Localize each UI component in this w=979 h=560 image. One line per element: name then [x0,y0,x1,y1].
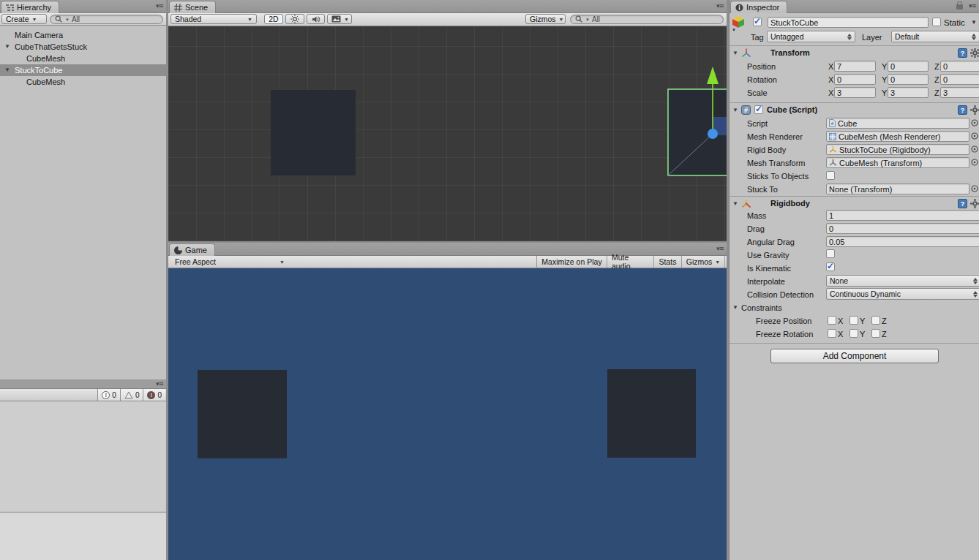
freeze-position-z-checkbox[interactable] [871,316,880,325]
rotation-label: Rotation [747,75,777,84]
rigidbody-header[interactable]: ▼ Rigidbody ? [729,196,979,210]
sticks-to-objects-checkbox[interactable] [826,171,835,180]
tab-game[interactable]: Game [169,243,215,256]
hierarchy-item-stucktocube[interactable]: ▼ StuckToCube [0,64,166,76]
mesh-transform-field[interactable]: CubeMesh (Transform) [826,157,969,168]
scale-y-field[interactable]: 3 [888,87,929,98]
component-enabled-checkbox[interactable] [754,105,763,114]
component-list-divider [729,343,979,344]
game-viewport[interactable] [168,268,727,560]
layer-dropdown[interactable]: Default [891,31,979,42]
freeze-rotation-z-checkbox[interactable] [871,329,880,338]
sticks-to-objects-label: Sticks To Objects [747,172,809,181]
hierarchy-item-cubethatgetsstuck[interactable]: ▼ CubeThatGetsStuck [0,41,166,53]
maximize-on-play-button[interactable]: Maximize on Play [536,256,607,268]
script-label: Script [747,119,768,128]
scene-gizmos-dropdown[interactable]: Gizmos ▼ [525,14,566,24]
cube-script-header[interactable]: ▼ # Cube (Script) ? [729,102,979,116]
aspect-dropdown[interactable]: Free Aspect ▼ [170,257,289,267]
angular-drag-field[interactable]: 0.05 [826,236,979,247]
gear-icon[interactable] [970,105,979,115]
use-gravity-checkbox[interactable] [826,249,835,258]
toggle-2d-button[interactable]: 2D [264,14,283,24]
tab-scene[interactable]: Scene [169,1,216,13]
rotation-x-field[interactable]: 0 [834,74,876,85]
console-info-badge[interactable]: ! 0 [97,389,120,401]
inspector-panel-menu-icon[interactable]: ▾≡ [969,2,976,10]
help-icon[interactable]: ? [958,48,967,58]
foldout-open-icon[interactable]: ▼ [4,41,10,53]
constraints-foldout-icon[interactable]: ▼ [732,304,738,311]
foldout-open-icon[interactable]: ▼ [732,200,738,207]
lock-icon[interactable] [956,4,963,10]
hierarchy-item-cubemesh-2[interactable]: CubeMesh [0,76,166,88]
position-z-field[interactable]: 0 [940,61,979,72]
angular-drag-label: Angular Drag [747,238,795,246]
scene-lighting-button[interactable] [285,14,304,24]
help-icon[interactable]: ? [958,105,967,115]
rigid-body-field[interactable]: StuckToCube (Rigidbody) [826,144,969,155]
interpolate-dropdown[interactable]: None [826,275,979,287]
console-warning-badge[interactable]: 0 [120,389,143,401]
gameobject-icon[interactable] [732,15,745,29]
hierarchy-panel-menu-icon[interactable]: ▾≡ [156,2,163,10]
tab-inspector[interactable]: Inspector [730,1,787,13]
console-log-list[interactable] [0,401,166,512]
hierarchy-item-cubemesh-1[interactable]: CubeMesh [0,53,166,64]
draw-mode-dropdown[interactable]: Shaded ▼ [170,14,257,24]
object-picker-icon[interactable] [971,119,978,126]
stuck-to-field[interactable]: None (Transform) [826,183,969,194]
static-checkbox[interactable] [932,18,941,26]
game-gizmos-dropdown[interactable]: Gizmos ▼ [681,256,725,268]
object-picker-icon[interactable] [971,132,978,140]
collision-detection-dropdown[interactable]: Continuous Dynamic [826,288,979,300]
object-picker-icon[interactable] [971,145,978,153]
scene-viewport[interactable] [168,26,727,241]
scene-panel-menu-icon[interactable]: ▾≡ [716,2,724,10]
freeze-position-x-checkbox[interactable] [828,316,836,325]
is-kinematic-checkbox[interactable] [826,262,835,271]
gear-icon[interactable] [970,48,979,58]
foldout-open-icon[interactable]: ▼ [732,50,738,56]
transform-header[interactable]: ▼ Transform ? [729,45,979,59]
scene-audio-button[interactable] [307,14,325,24]
console-panel-menu-icon[interactable]: ▾≡ [156,380,163,387]
object-picker-icon[interactable] [971,159,978,166]
gameobject-icon-chevron[interactable]: ▼ [732,28,736,32]
script-field[interactable]: # Cube [826,118,969,129]
help-icon[interactable]: ? [958,199,967,208]
freeze-rotation-x-checkbox[interactable] [828,329,836,338]
scene-search-input[interactable]: ▼ All [570,15,724,24]
freeze-position-y-checkbox[interactable] [849,316,858,325]
stats-button[interactable]: Stats [653,256,681,268]
inspector-tab-label: Inspector [746,3,779,12]
object-name-field[interactable]: StuckToCube [768,17,929,28]
game-panel-menu-icon[interactable]: ▾≡ [716,245,724,252]
active-checkbox[interactable] [753,18,762,26]
foldout-open-icon[interactable]: ▼ [732,107,738,113]
foldout-open-icon[interactable]: ▼ [4,64,10,76]
drag-field[interactable]: 0 [826,223,979,234]
tag-dropdown[interactable]: Untagged [767,31,855,42]
rotation-y-field[interactable]: 0 [888,74,929,85]
freeze-rotation-y-checkbox[interactable] [849,329,858,338]
position-x-field[interactable]: 7 [834,61,876,72]
hierarchy-item-main-camera[interactable]: Main Camera [0,29,166,41]
freeze-position-x-label: X [838,317,843,325]
create-button[interactable]: Create ▼ [1,14,47,24]
hierarchy-search-input[interactable]: ▼ All [50,15,163,24]
mesh-renderer-field[interactable]: CubeMesh (Mesh Renderer) [826,131,969,142]
add-component-button[interactable]: Add Component [770,349,939,363]
mass-field[interactable]: 1 [826,210,979,221]
tab-hierarchy[interactable]: Hierarchy [1,1,59,13]
object-picker-icon[interactable] [971,185,978,192]
static-chevron-icon[interactable]: ▼ [971,19,977,26]
scale-x-field[interactable]: 3 [834,87,876,98]
scale-z-field[interactable]: 3 [940,87,979,98]
mute-audio-button[interactable]: Mute audio [607,256,653,268]
console-error-badge[interactable]: ! 0 [143,389,165,401]
gear-icon[interactable] [970,199,979,208]
position-y-field[interactable]: 0 [888,61,929,72]
rotation-z-field[interactable]: 0 [940,74,979,85]
scene-effects-button[interactable]: ▼ [327,14,352,24]
